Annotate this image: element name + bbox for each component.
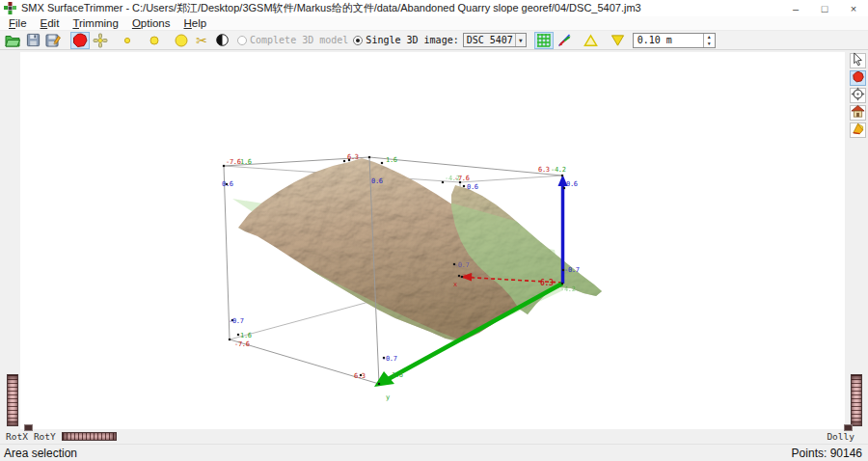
- area-selection-tool-button[interactable]: [850, 70, 866, 86]
- menu-edit[interactable]: Edit: [34, 17, 67, 29]
- svg-text:0.6: 0.6: [467, 183, 478, 191]
- maximize-button[interactable]: □: [810, 0, 839, 16]
- orbit-target-icon: [851, 87, 865, 104]
- svg-text:0.6: 0.6: [566, 180, 578, 188]
- contrast-circle-icon: [215, 33, 230, 47]
- viewport-3d[interactable]: -7.61.60.66.31.60.6-4.2-7.60.66.3-4.20.6…: [20, 52, 845, 429]
- points-count: Points: 90146: [792, 447, 862, 460]
- dolly-label: Dolly: [827, 431, 854, 442]
- window-title: SMX SurfaceTrimmer - C:/Users/郑江/Desktop…: [21, 1, 781, 15]
- svg-text:-7.6: -7.6: [226, 158, 241, 166]
- rotation-controls: RotX RotY Dolly: [0, 429, 868, 444]
- save-button[interactable]: [23, 32, 42, 49]
- home-icon: [851, 104, 865, 122]
- single-image-radio[interactable]: [353, 36, 363, 45]
- svg-text:6.3: 6.3: [538, 166, 550, 174]
- dolly-slider[interactable]: [851, 374, 862, 426]
- orbit-tool-button[interactable]: [850, 88, 866, 103]
- roty-label: RotY: [34, 431, 56, 442]
- depth-spinbox-value: 0.10 m: [634, 34, 703, 47]
- minimize-button[interactable]: –: [781, 0, 810, 16]
- move-marker-button[interactable]: [91, 32, 110, 49]
- svg-text:-7.6: -7.6: [458, 273, 474, 281]
- svg-text:6.3: 6.3: [354, 372, 366, 380]
- svg-text:0.6: 0.6: [222, 180, 233, 188]
- small-dot-icon: [120, 33, 135, 48]
- image-dropdown[interactable]: DSC_5407 ▼: [463, 33, 527, 47]
- cursor-arrow-icon: [851, 52, 865, 69]
- window-controls: – □ ×: [781, 0, 868, 16]
- svg-text:y: y: [386, 393, 390, 401]
- fit-view-button[interactable]: [850, 122, 866, 138]
- triangle-up-button[interactable]: [582, 32, 601, 49]
- complete-model-label: Complete 3D model: [250, 35, 348, 45]
- svg-text:6.3: 6.3: [347, 153, 359, 161]
- cross-marker-icon: [93, 33, 108, 48]
- status-mode-text: Area selection: [4, 447, 77, 460]
- normals-toggle-button[interactable]: [555, 32, 574, 49]
- complete-model-radio[interactable]: [237, 36, 247, 45]
- rotx-label: RotX: [6, 431, 28, 442]
- scissors-icon: ✂: [196, 34, 207, 47]
- view-toolbar: [850, 53, 866, 138]
- svg-text:-0.7: -0.7: [382, 355, 397, 363]
- open-button[interactable]: [3, 32, 22, 49]
- menu-options[interactable]: Options: [125, 17, 177, 29]
- svg-text:6.3: 6.3: [540, 279, 554, 287]
- svg-text:1.6: 1.6: [240, 158, 252, 166]
- contrast-button[interactable]: [212, 32, 231, 49]
- triangle-up-icon: [583, 34, 598, 47]
- brush-medium-button[interactable]: [145, 32, 164, 49]
- spinner-arrows[interactable]: ▲ ▼: [703, 34, 715, 47]
- image-dropdown-value: DSC_5407: [464, 35, 515, 45]
- model-mode-group: Complete 3D model Single 3D image: DSC_5…: [232, 33, 527, 47]
- svg-text:-0.7: -0.7: [564, 266, 580, 274]
- save-as-button[interactable]: [43, 32, 63, 49]
- grid-icon: [536, 33, 551, 47]
- svg-text:x: x: [453, 281, 457, 288]
- triangle-down-button[interactable]: [609, 32, 628, 49]
- statusbar: Area selection Points: 90146: [0, 444, 868, 461]
- titlebar: SMX SurfaceTrimmer - C:/Users/郑江/Desktop…: [0, 0, 868, 16]
- home-view-button[interactable]: [850, 105, 866, 121]
- svg-text:1.6: 1.6: [240, 332, 252, 339]
- save-as-icon: [45, 33, 61, 48]
- brush-small-button[interactable]: [118, 32, 137, 49]
- svg-text:-4.2: -4.2: [560, 285, 576, 293]
- menubar: FileEditTrimmingOptionsHelp: [0, 16, 868, 31]
- rotxy-slider[interactable]: [62, 432, 117, 441]
- depth-spinbox[interactable]: 0.10 m ▲ ▼: [633, 33, 716, 48]
- pointer-tool-button[interactable]: [850, 53, 866, 68]
- brush-large-button[interactable]: [172, 32, 191, 49]
- toolbar: ✂ Complete 3D model Single 3D image: DSC…: [0, 31, 868, 50]
- close-button[interactable]: ×: [839, 0, 868, 16]
- svg-text:1.6: 1.6: [392, 371, 403, 379]
- menu-trimming[interactable]: Trimming: [66, 17, 125, 29]
- rotx-slider[interactable]: [7, 374, 18, 426]
- svg-text:-0.7: -0.7: [229, 317, 244, 325]
- red-polygon-icon: [72, 33, 88, 48]
- svg-text:1.6: 1.6: [386, 156, 397, 164]
- trim-polygon-button[interactable]: [70, 32, 90, 49]
- spinner-up-icon[interactable]: ▲: [704, 34, 715, 41]
- svg-text:-7.6: -7.6: [234, 340, 250, 348]
- app-logo-icon: [4, 2, 16, 14]
- svg-text:-0.7: -0.7: [454, 261, 470, 269]
- workspace: -7.61.60.66.31.60.6-4.2-7.60.66.3-4.20.6…: [0, 50, 868, 444]
- medium-dot-icon: [147, 33, 162, 48]
- single-image-label: Single 3D image:: [366, 35, 458, 45]
- menu-help[interactable]: Help: [177, 17, 214, 29]
- svg-text:-7.6: -7.6: [454, 175, 470, 182]
- spinner-down-icon[interactable]: ▼: [704, 41, 715, 47]
- menu-file[interactable]: File: [2, 17, 34, 29]
- red-blob-icon: [852, 70, 865, 87]
- solid-shape-icon: [851, 122, 865, 139]
- large-dot-icon: [174, 33, 189, 48]
- save-icon: [26, 33, 41, 47]
- chevron-down-icon: ▼: [515, 34, 526, 46]
- grid-toggle-button[interactable]: [534, 32, 554, 49]
- crossed-arrows-icon: [556, 33, 572, 48]
- open-folder-icon: [5, 33, 20, 48]
- svg-text:-4.2: -4.2: [551, 166, 566, 174]
- cut-button[interactable]: ✂: [192, 32, 211, 49]
